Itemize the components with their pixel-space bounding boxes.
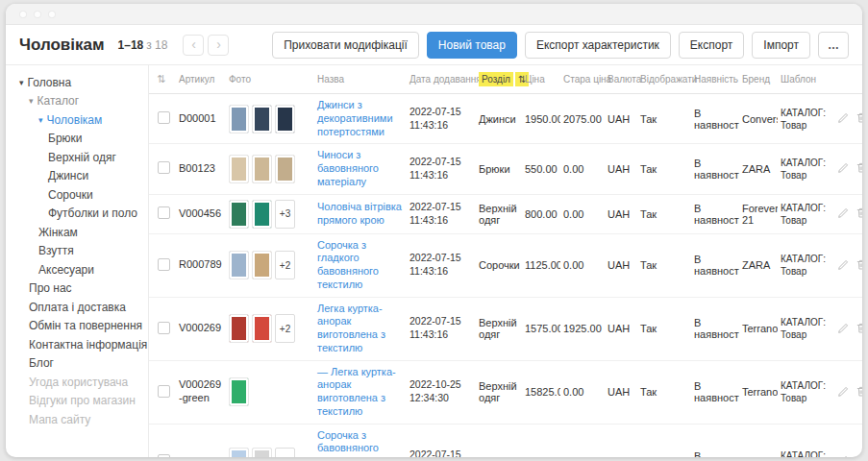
column-header[interactable]: Шаблон (778, 65, 828, 94)
sidebar-item[interactable]: Мапа сайту (6, 410, 148, 429)
sku-cell: V000456 (176, 194, 226, 233)
delete-icon[interactable] (856, 258, 862, 273)
product-photo-thumb[interactable] (229, 377, 249, 406)
edit-icon[interactable] (837, 162, 849, 176)
column-header[interactable]: Фото (226, 65, 314, 94)
row-checkbox[interactable] (158, 454, 170, 457)
availability-cell: В наявності (691, 233, 739, 297)
sidebar-item[interactable]: Обмін та повернення (6, 317, 148, 336)
row-checkbox[interactable] (158, 258, 170, 271)
sort-all-header[interactable]: ⇅ (149, 65, 176, 94)
currency-cell: UAH (605, 297, 637, 360)
sidebar-item[interactable]: Про нас (6, 279, 148, 299)
row-checkbox[interactable] (158, 111, 170, 124)
edit-icon[interactable] (837, 259, 849, 273)
row-checkbox[interactable] (158, 322, 170, 334)
export-button[interactable]: Експорт (679, 32, 744, 59)
sidebar-item[interactable]: Джинси (6, 167, 148, 186)
more-photos-chip[interactable]: +3 (275, 200, 295, 229)
sidebar-item-label: Брюки (48, 132, 83, 145)
column-header[interactable]: Дата додавання (407, 65, 476, 94)
row-checkbox[interactable] (158, 161, 170, 174)
window-control-dot[interactable] (48, 11, 56, 18)
hide-modifications-button[interactable]: Приховати модифікації (272, 32, 419, 59)
sidebar-item[interactable]: ▾Каталог (6, 92, 148, 111)
delete-icon[interactable] (856, 454, 862, 457)
sidebar-item-label: Оплата і доставка (29, 301, 126, 314)
sidebar-item[interactable]: Футболки и поло (6, 205, 148, 224)
column-header[interactable]: Наявність (691, 65, 739, 94)
product-photo-thumb[interactable] (252, 251, 272, 279)
product-name-link[interactable]: Легка куртка-анорак виготовлена з тексти… (317, 303, 404, 355)
row-checkbox[interactable] (158, 385, 170, 398)
product-name-link[interactable]: Джинси з декоративними потертостями (317, 99, 404, 138)
next-page-button[interactable]: › (208, 35, 229, 56)
new-product-button[interactable]: Новий товар (427, 32, 517, 59)
export-characteristics-button[interactable]: Експорт характеристик (525, 32, 671, 59)
product-photo-thumb[interactable] (229, 155, 249, 183)
more-photos-chip[interactable]: +2 (275, 314, 295, 343)
edit-icon[interactable] (837, 386, 849, 400)
sidebar-item[interactable]: Взуття (6, 242, 148, 261)
product-photo-thumb[interactable] (252, 105, 272, 133)
more-actions-button[interactable]: … (818, 32, 849, 59)
delete-icon[interactable] (856, 111, 862, 126)
edit-icon[interactable] (837, 323, 849, 336)
product-photo-thumb[interactable] (275, 155, 295, 183)
sidebar-item[interactable]: Відгуки про магазин (6, 392, 148, 411)
sidebar-item[interactable]: Угода користувача (6, 373, 148, 392)
sidebar-item-label: Угода користувача (29, 376, 128, 389)
product-photo-thumb[interactable] (229, 448, 249, 457)
product-name-link[interactable]: — Легка куртка-анорак виготовлена з текс… (317, 366, 404, 419)
delete-icon[interactable] (856, 206, 862, 221)
product-photo-thumb[interactable] (229, 200, 249, 229)
product-photo-thumb[interactable] (229, 251, 249, 279)
sidebar-item[interactable]: Оплата і доставка (6, 298, 148, 317)
column-header[interactable]: Валюта (605, 65, 637, 94)
import-button[interactable]: Імпорт (752, 32, 810, 59)
sidebar-item[interactable]: Верхній одяг (6, 148, 148, 167)
column-header-highlighted[interactable]: Розділ⇅ (476, 65, 522, 94)
product-photo-thumb[interactable] (252, 314, 272, 343)
edit-icon[interactable] (837, 455, 849, 457)
photo-cell (229, 377, 311, 406)
product-name-link[interactable]: Сорочка з бавовняного матеріалу притален… (317, 429, 404, 458)
date-added-cell: 2022-07-15 11:43:16 (407, 297, 476, 360)
window-control-dot[interactable] (19, 11, 27, 18)
sidebar-item[interactable]: ▾Головна (6, 73, 148, 92)
sidebar-item[interactable]: Блог (6, 354, 148, 374)
column-header[interactable]: Артикул (176, 65, 226, 94)
prev-page-button[interactable]: ‹ (183, 35, 204, 56)
column-header[interactable]: Стара ціна (560, 65, 605, 94)
more-photos-chip[interactable]: +2 (275, 251, 295, 279)
window-control-dot[interactable] (34, 11, 41, 18)
product-name-link[interactable]: Чоловіча вітрівка прямого крою (317, 201, 404, 228)
column-header[interactable]: Назва (314, 65, 407, 94)
sidebar-item[interactable]: ▾Чоловікам (6, 110, 148, 130)
product-photo-thumb[interactable] (252, 155, 272, 183)
product-photo-thumb[interactable] (229, 314, 249, 343)
row-checkbox[interactable] (158, 206, 170, 219)
product-name-link[interactable]: Чиноси з бавовняного матеріалу (317, 149, 404, 188)
sidebar-item[interactable]: Брюки (6, 130, 148, 149)
product-photo-thumb[interactable] (229, 105, 249, 133)
product-photo-thumb[interactable] (275, 105, 295, 133)
sidebar-item[interactable]: Аксесуари (6, 260, 148, 279)
product-name-link[interactable]: Сорочка з гладкого бавовняного текстилю (317, 239, 404, 292)
column-header[interactable]: Бренд (739, 65, 778, 94)
more-photos-chip[interactable]: +2 (275, 448, 295, 457)
edit-icon[interactable] (837, 112, 849, 126)
column-header[interactable]: Відображати (637, 65, 691, 94)
delete-icon[interactable] (856, 385, 862, 400)
price-cell: 550.00 (522, 144, 560, 194)
product-photo-thumb[interactable] (252, 200, 272, 229)
sidebar-item[interactable]: Сорочки (6, 185, 148, 205)
sku-cell: D00001 (176, 94, 226, 144)
edit-icon[interactable] (837, 207, 849, 221)
sidebar-item[interactable]: Контактна інформація (6, 335, 148, 354)
delete-icon[interactable] (856, 322, 862, 336)
product-photo-thumb[interactable] (252, 448, 272, 457)
sidebar-item[interactable]: Жінкам (6, 223, 148, 242)
column-header[interactable]: Ціна (522, 65, 560, 94)
delete-icon[interactable] (856, 161, 862, 176)
